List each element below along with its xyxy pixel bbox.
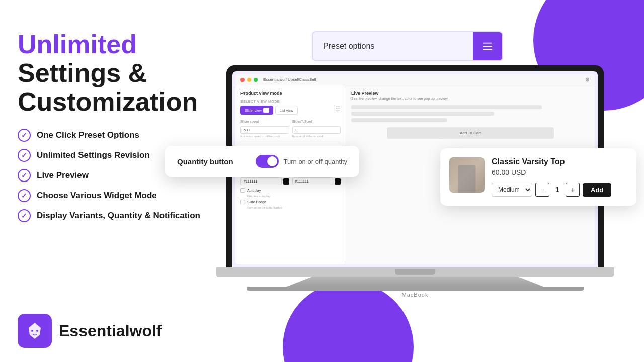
svg-point-0	[31, 330, 33, 332]
slides-to-scroll-input[interactable]	[292, 126, 341, 134]
macbook-label: MacBook	[216, 292, 614, 298]
main-heading: Unlimited Settings & Customization	[18, 30, 204, 117]
slider-view-button[interactable]: Slider view	[240, 106, 273, 115]
preset-options-bar: Preset options	[312, 31, 503, 61]
speed-hint: Animation speed in milliseconds	[240, 135, 289, 138]
slides-to-scroll-group: SlidesToScroll Number of slides to scrol…	[292, 120, 341, 138]
autoplay-checkbox-row: Autoplay	[240, 188, 341, 193]
left-content: Unlimited Settings & Customization ✓ One…	[18, 30, 204, 229]
svg-rect-3	[483, 46, 492, 47]
autoplay-checkbox[interactable]	[240, 188, 245, 193]
toggle-description: Turn on or off quantity	[284, 158, 347, 165]
quantity-value: 1	[552, 186, 562, 194]
svg-rect-5	[263, 108, 269, 113]
speed-scroll-row: Slider speed Animation speed in millisec…	[240, 120, 341, 138]
preset-options-button[interactable]	[473, 32, 502, 60]
list-view-button[interactable]: List view	[275, 106, 298, 115]
laptop-base	[216, 267, 614, 277]
logo-area: Essentialwolf	[18, 314, 162, 348]
feature-item-display: ✓ Display Variants, Quantity & Notificat…	[18, 209, 204, 222]
laptop-notch	[395, 269, 435, 275]
product-controls: Medium Small Large − 1 + Add	[492, 183, 627, 197]
quantity-label: Quantity button	[177, 157, 233, 166]
app-titlebar: Essentialwolf UpsellCrossSell ⚙	[235, 74, 595, 85]
product-price: 60.00 USD	[492, 168, 627, 176]
preview-subtitle: See live preview, change the text, color…	[351, 97, 590, 100]
product-card: Classic Varsity Top 60.00 USD Medium Sma…	[440, 148, 636, 206]
quantity-decrease-button[interactable]: −	[535, 183, 549, 197]
titlebar-dot-yellow	[247, 78, 251, 82]
preview-line-2	[351, 112, 494, 116]
autoplay-label: Autoplay	[247, 189, 261, 192]
check-icon-preset: ✓	[18, 129, 31, 142]
settings-icon: ⚙	[585, 77, 590, 82]
product-name: Classic Varsity Top	[492, 157, 627, 166]
active-dot-input-row	[240, 177, 289, 185]
toggle-area: Turn on or off quantity	[256, 155, 347, 168]
feature-item-preset: ✓ One Click Preset Options	[18, 129, 204, 142]
view-mode-buttons: Slider view List view ☰	[240, 106, 341, 115]
feature-item-widget: ✓ Choose Various Widget Mode	[18, 189, 204, 202]
quantity-toggle[interactable]	[256, 155, 279, 168]
svg-rect-2	[483, 43, 492, 44]
list-icon-sm: ☰	[335, 106, 341, 115]
preview-title: Live Preview	[351, 90, 590, 96]
slide-badge-label: Slide Badge	[247, 200, 266, 204]
check-icon-preview: ✓	[18, 169, 31, 182]
check-icon-display: ✓	[18, 209, 31, 222]
toggle-knob	[267, 156, 277, 166]
preview-line-3	[351, 118, 447, 122]
slider-speed-input[interactable]	[240, 126, 289, 134]
product-info: Classic Varsity Top 60.00 USD Medium Sma…	[492, 157, 627, 197]
product-image-inner	[449, 157, 485, 193]
svg-point-1	[36, 330, 38, 332]
autoplay-sublabel: Enables autoplay	[247, 195, 341, 198]
laptop-foot	[247, 287, 584, 291]
slide-dot-input-row	[292, 177, 341, 185]
preview-line-1	[351, 105, 542, 109]
logo-name: Essentialwolf	[59, 322, 162, 340]
preset-options-label: Preset options	[313, 34, 473, 59]
slide-dot-swatch	[335, 178, 341, 185]
slide-badge-checkbox-row: Slide Badge	[240, 200, 341, 204]
laptop-stand	[287, 277, 543, 287]
quantity-increase-button[interactable]: +	[566, 183, 580, 197]
svg-rect-4	[483, 49, 492, 50]
quantity-popup: Quantity button Turn on or off quantity	[165, 146, 359, 177]
variant-select[interactable]: Medium Small Large	[492, 183, 532, 197]
section-title: Product view mode	[240, 90, 341, 96]
active-dot-color-input[interactable]	[240, 177, 282, 185]
product-image	[449, 157, 485, 193]
app-title-text: Essentialwolf UpsellCrossSell	[263, 77, 316, 82]
logo-box	[18, 314, 52, 348]
check-icon-settings: ✓	[18, 149, 31, 162]
product-image-figure	[458, 165, 476, 193]
menu-icon	[482, 41, 493, 52]
slide-dot-color-input[interactable]	[292, 177, 334, 185]
slider-speed-group: Slider speed Animation speed in millisec…	[240, 120, 289, 138]
check-icon-widget: ✓	[18, 189, 31, 202]
slide-badge-checkbox[interactable]	[240, 200, 245, 204]
select-view-label: SELECT VIEW MODE	[240, 100, 341, 103]
titlebar-dot-green	[254, 78, 258, 82]
add-to-cart-preview-button[interactable]: Add To Cart	[387, 127, 554, 139]
add-to-cart-button[interactable]: Add	[583, 183, 611, 197]
active-dot-swatch	[283, 178, 289, 185]
wolf-icon	[25, 321, 45, 341]
slides-hint: Number of slides to scroll	[292, 135, 341, 138]
titlebar-dot-red	[240, 78, 245, 82]
slide-badge-sublabel: Turn on or off Slide Badge	[247, 206, 341, 209]
